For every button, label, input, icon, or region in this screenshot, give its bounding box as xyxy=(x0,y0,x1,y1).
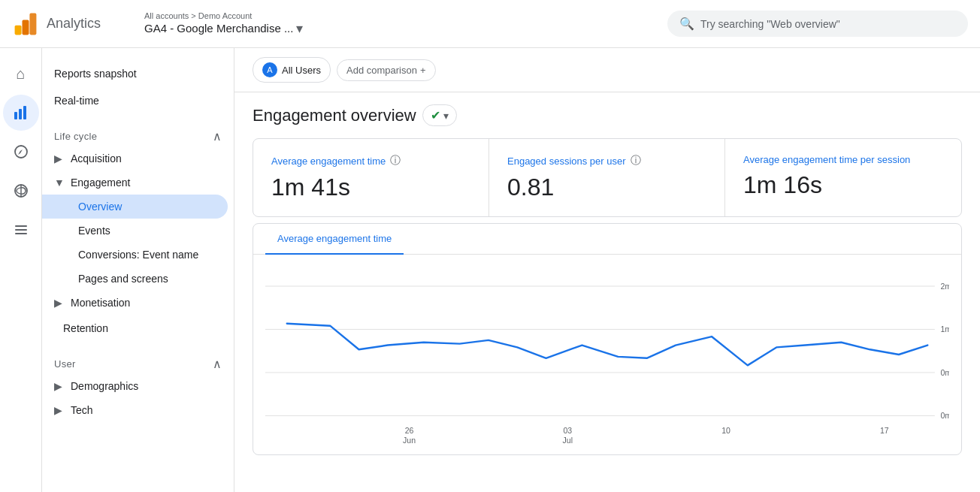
all-users-chip[interactable]: A All Users xyxy=(253,57,331,83)
user-section-header: User ∧ xyxy=(42,348,234,374)
stat-card-avg-engagement: Average engagement time ⓘ 1m 41s xyxy=(253,139,489,216)
svg-text:03: 03 xyxy=(563,426,572,435)
svg-rect-10 xyxy=(15,229,27,231)
stat-value-1: 1m 41s xyxy=(271,174,470,201)
nav-top-items: Reports snapshot Real-time xyxy=(42,54,234,120)
nav-label-engagement: Engagement xyxy=(71,177,130,189)
page-title: Engagement overview xyxy=(253,106,416,125)
advertising-icon xyxy=(13,183,29,199)
explore-icon xyxy=(13,143,29,160)
sidebar-icon-advertising[interactable] xyxy=(3,173,39,209)
search-bar[interactable]: 🔍 Try searching "Web overview" xyxy=(667,11,968,37)
svg-text:Jun: Jun xyxy=(403,436,416,445)
lifecycle-section-label: Life cycle xyxy=(54,131,97,142)
logo-area: Analytics xyxy=(12,11,132,38)
account-selector[interactable]: GA4 - Google Merchandise ... ▾ xyxy=(144,20,303,37)
stat-info-icon-2[interactable]: ⓘ xyxy=(631,154,641,168)
breadcrumb: All accounts > Demo Account xyxy=(144,11,303,20)
svg-rect-0 xyxy=(15,25,22,35)
nav-item-realtime[interactable]: Real-time xyxy=(42,87,228,114)
app-title: Analytics xyxy=(47,16,101,32)
svg-rect-5 xyxy=(23,106,26,119)
sidebar-icon-reports[interactable] xyxy=(3,95,39,131)
nav-tech[interactable]: ▶ Tech xyxy=(42,398,234,422)
search-placeholder-text: Try searching "Web overview" xyxy=(700,18,840,30)
chart-svg-wrap: 2m 30s 1m 40s 0m 50s 0m 00s 26 Jun 03 Ju xyxy=(253,255,961,454)
chip-label: All Users xyxy=(282,65,321,76)
stat-card-engaged-sessions: Engaged sessions per user ⓘ 0.81 xyxy=(489,139,725,216)
lifecycle-section-header: Life cycle ∧ xyxy=(42,120,234,146)
top-header: Analytics All accounts > Demo Account GA… xyxy=(0,0,980,48)
stat-label-text-2: Engaged sessions per user xyxy=(507,155,626,167)
chart-container: Average engagement time 2m 30s 1m 40s 0m… xyxy=(253,223,962,455)
svg-text:26: 26 xyxy=(405,426,414,435)
nav-engagement[interactable]: ▼ Engagement xyxy=(42,171,234,195)
page-title-area: Engagement overview ✔ ▾ xyxy=(234,92,980,132)
account-info: All accounts > Demo Account GA4 - Google… xyxy=(144,11,303,37)
monetisation-expand-icon: ▶ xyxy=(54,297,66,309)
filter-bar: A All Users Add comparison + xyxy=(234,48,980,92)
nav-demographics[interactable]: ▶ Demographics xyxy=(42,374,234,398)
stat-label-3: Average engagement time per session xyxy=(743,154,943,165)
svg-rect-9 xyxy=(15,225,27,227)
nav-label-monetisation: Monetisation xyxy=(71,297,130,309)
account-name: GA4 - Google Merchandise ... xyxy=(144,22,293,35)
nav-sub-label-pages-screens: Pages and screens xyxy=(78,273,168,285)
engagement-expand-icon: ▼ xyxy=(54,177,66,189)
nav-label-realtime: Real-time xyxy=(54,95,99,107)
sidebar-icon-configure[interactable] xyxy=(3,212,39,248)
stat-label-text-3: Average engagement time per session xyxy=(743,154,910,165)
main-content: A All Users Add comparison + Engagement … xyxy=(234,48,980,492)
stat-info-icon-1[interactable]: ⓘ xyxy=(390,154,401,168)
stat-value-2: 0.81 xyxy=(507,174,706,201)
svg-rect-4 xyxy=(19,109,22,119)
nav-sub-label-events: Events xyxy=(78,225,110,237)
search-icon: 🔍 xyxy=(679,17,694,31)
nav-acquisition[interactable]: ▶ Acquisition xyxy=(42,146,234,171)
svg-text:0m 50s: 0m 50s xyxy=(941,368,949,377)
nav-label-acquisition: Acquisition xyxy=(71,152,122,165)
reports-bar-icon xyxy=(13,104,29,121)
svg-rect-1 xyxy=(23,20,29,35)
svg-text:2m 30s: 2m 30s xyxy=(941,282,949,291)
stat-card-avg-per-session: Average engagement time per session 1m 1… xyxy=(725,139,961,216)
add-comparison-chip[interactable]: Add comparison + xyxy=(337,59,436,81)
stat-label-1: Average engagement time ⓘ xyxy=(271,154,470,168)
nav-sub-events[interactable]: Events xyxy=(42,219,228,243)
nav-label-tech: Tech xyxy=(71,404,93,416)
nav-sub-pages-screens[interactable]: Pages and screens xyxy=(42,267,228,291)
svg-rect-3 xyxy=(14,112,17,119)
sidebar-icon-explore[interactable] xyxy=(3,134,39,170)
stat-label-2: Engaged sessions per user ⓘ xyxy=(507,154,706,168)
svg-text:10: 10 xyxy=(721,426,730,435)
stat-value-3: 1m 16s xyxy=(743,171,943,199)
icon-sidebar: ⌂ xyxy=(0,48,42,492)
nav-sub-label-overview: Overview xyxy=(78,201,122,213)
sidebar-icon-home[interactable]: ⌂ xyxy=(3,56,39,92)
nav-label-reports-snapshot: Reports snapshot xyxy=(54,68,137,80)
account-dropdown-icon: ▾ xyxy=(296,20,303,37)
nav-sub-overview[interactable]: Overview xyxy=(42,195,228,219)
nav-sidebar: Reports snapshot Real-time Life cycle ∧ … xyxy=(42,48,234,492)
tech-expand-icon: ▶ xyxy=(54,404,66,416)
chart-tab-avg-engagement[interactable]: Average engagement time xyxy=(265,224,404,255)
nav-sub-conversions[interactable]: Conversions: Event name xyxy=(42,243,228,267)
nav-item-retention[interactable]: Retention xyxy=(42,315,228,342)
verified-check-icon: ✔ xyxy=(431,108,440,122)
configure-icon xyxy=(13,222,29,238)
chart-tabs: Average engagement time xyxy=(253,224,961,255)
stats-row: Average engagement time ⓘ 1m 41s Engaged… xyxy=(253,138,962,217)
user-collapse-icon[interactable]: ∧ xyxy=(213,357,222,371)
nav-label-demographics: Demographics xyxy=(71,380,138,392)
svg-text:0m 00s: 0m 00s xyxy=(941,411,949,420)
nav-label-retention: Retention xyxy=(63,322,108,334)
verified-badge[interactable]: ✔ ▾ xyxy=(422,104,457,126)
chip-avatar: A xyxy=(262,62,277,77)
nav-item-reports-snapshot[interactable]: Reports snapshot xyxy=(42,60,228,87)
acquisition-expand-icon: ▶ xyxy=(54,152,66,165)
add-comparison-icon: + xyxy=(420,65,426,76)
svg-text:17: 17 xyxy=(880,426,889,435)
demographics-expand-icon: ▶ xyxy=(54,380,66,392)
lifecycle-collapse-icon[interactable]: ∧ xyxy=(213,129,222,143)
nav-monetisation[interactable]: ▶ Monetisation xyxy=(42,291,234,315)
